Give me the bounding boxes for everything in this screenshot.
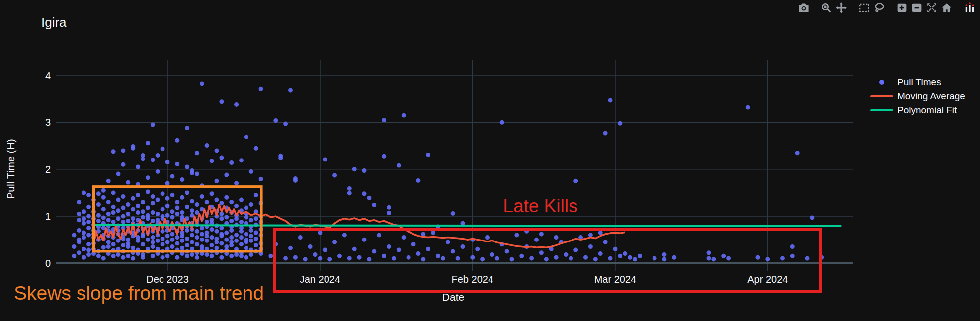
x-tick-label: Jan 2024 [285,273,355,285]
camera-icon[interactable] [796,1,811,14]
legend-item-moving-average[interactable]: Moving Average [869,89,965,103]
late-kills-annotation: Late Kills [475,197,605,215]
modebar-group [819,1,849,14]
legend-label: Moving Average [898,91,965,102]
modebar-group [895,1,954,14]
x-axis-title: Date [379,291,528,303]
y-tick-label: 0 [20,257,51,269]
zoom-in-icon[interactable] [895,1,909,14]
legend-line-swatch [869,95,895,97]
x-tick-label: Mar 2024 [580,273,650,285]
gridlines [56,60,853,271]
modebar-group [857,1,887,14]
legend-item-pull-times[interactable]: Pull Times [869,76,965,89]
legend-marker-swatch [869,80,895,85]
scatter-points [72,81,824,261]
pan-icon[interactable] [834,1,849,14]
plotly-modebar [788,1,977,14]
modebar-group [796,1,811,14]
x-tick-label: Feb 2024 [438,273,507,285]
y-axis-title: Pull Time (H) [5,99,17,239]
y-tick-label: 1 [20,210,51,222]
y-tick-label: 4 [20,70,51,81]
legend-label: Polynomial Fit [898,105,957,116]
box-select-icon[interactable] [857,1,872,14]
y-tick-label: 3 [20,116,51,128]
modebar-group [962,1,977,14]
polynomial-fit-line [94,225,842,226]
plotly-logo-icon[interactable] [962,1,977,14]
zoom-out-icon[interactable] [909,1,924,14]
autoscale-icon[interactable] [924,1,939,14]
legend-item-polynomial-fit[interactable]: Polynomial Fit [869,103,965,117]
legend-label: Pull Times [898,77,941,88]
chart-legend: Pull TimesMoving AveragePolynomial Fit [869,76,965,117]
lasso-select-icon[interactable] [872,1,887,14]
chart-title: Igira [41,15,67,30]
x-tick-label: Apr 2024 [733,273,803,285]
plotly-figure: Igira Pull Time (H) Date 01234 Dec 2023J… [0,0,980,321]
reset-axes-icon[interactable] [939,1,954,14]
y-tick-label: 2 [20,163,51,175]
legend-line-swatch [869,109,895,111]
zoom-icon[interactable] [819,1,834,14]
skews-slope-annotation: Skews slope from main trend [14,283,264,304]
